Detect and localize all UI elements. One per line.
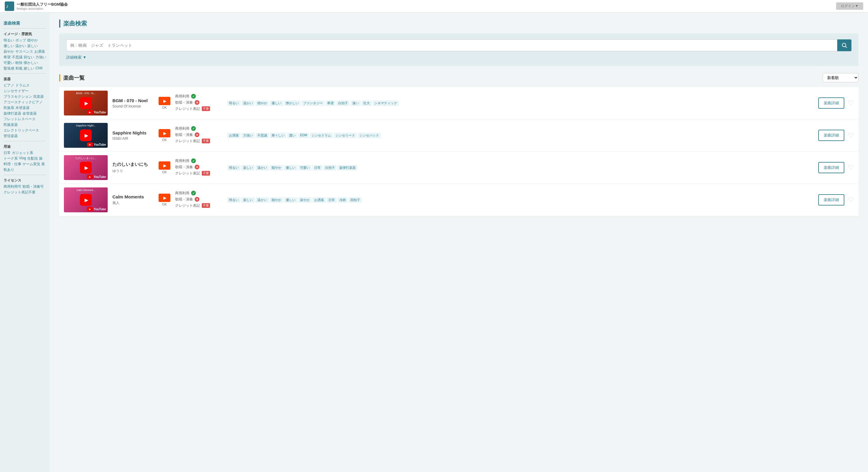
license-singing-4: 歌唱・演奏 ✕ — [175, 197, 222, 202]
detail-button-4[interactable]: 楽曲詳細 — [818, 194, 844, 206]
track-list-section: 楽曲一覧 新着順 人気順 タイトル順 BGM - 070 - N... — [59, 73, 859, 216]
license-commercial-4: 商用利用 ✓ — [175, 191, 222, 196]
license-credit-2: クレジット表記 不要 — [175, 139, 222, 144]
track-thumbnail-4[interactable]: Calm Moment... YouTube — [64, 187, 108, 212]
sidebar-link-game[interactable]: ゲーム実況 — [23, 162, 40, 167]
sidebar-link-tabi[interactable]: 旅 — [39, 156, 42, 161]
play-icon-1 — [80, 97, 92, 109]
sidebar-link-natsukashii[interactable]: 懐かしい — [24, 60, 38, 65]
sidebar-link-wafu[interactable]: 和風 — [16, 66, 23, 71]
search-input[interactable] — [66, 39, 837, 51]
logo: ♪ 一般社団法人フリーBGM協会 freebgm association — [5, 1, 68, 11]
detail-button-1[interactable]: 楽曲詳細 — [818, 97, 844, 109]
track-title-2: Sapphire Nights — [113, 130, 154, 135]
sidebar-link-live[interactable]: 生配信 — [27, 156, 38, 161]
favorite-button-4[interactable]: ♡ — [848, 196, 854, 204]
sidebar-link-kawaii[interactable]: 可愛い — [4, 60, 14, 65]
sidebar-link-fretless[interactable]: フレットレスベース — [4, 117, 35, 122]
svg-text:♪: ♪ — [6, 3, 8, 9]
sidebar-search-title: 楽曲検索 — [4, 21, 46, 26]
sidebar-link-utaari[interactable]: 歌あり — [4, 167, 14, 172]
thumbnail-title-4: Calm Moment... — [65, 188, 106, 191]
sidebar-link-elec-bass[interactable]: エレクトリックベース — [4, 128, 39, 133]
sidebar-link-tanoshii[interactable]: 楽しい — [27, 43, 38, 49]
sort-select[interactable]: 新着順 人気順 タイトル順 — [823, 73, 859, 82]
page-title: 楽曲検索 — [59, 20, 859, 28]
track-tags-4: 明るい 楽しい 温かい 穏やか 優しい 寂やか お洒落 日常 冷静 四拍子 — [227, 197, 813, 203]
sidebar-link-chill[interactable]: Chill — [35, 66, 42, 71]
sidebar-link-atatakai[interactable]: 温かい — [16, 43, 26, 49]
favorite-button-1[interactable]: ♡ — [848, 99, 854, 107]
sidebar-link-sabiyaka[interactable]: 寂やか — [4, 49, 14, 54]
thumbnail-title-2: Sapphire Night... — [65, 124, 106, 127]
detail-button-2[interactable]: 楽曲詳細 — [818, 130, 844, 141]
sidebar-link-setsunai[interactable]: 切ない — [24, 55, 34, 60]
sidebar-link-brass2[interactable]: 金管楽器 — [23, 111, 37, 116]
sidebar-link-melody-perc[interactable]: 旋律打楽器 — [4, 111, 21, 116]
sidebar-link-commercial[interactable]: 商用利用可 — [4, 184, 21, 189]
sidebar-link-oshare[interactable]: お洒落 — [34, 49, 45, 54]
sidebar-link-keikai[interactable]: 軽快 — [16, 60, 23, 65]
sidebar-link-cooking[interactable]: 料理・仕事 — [4, 162, 21, 167]
license-singing-1: 歌唱・演奏 ✕ — [175, 100, 222, 105]
track-title-3: たのしいまいにち — [113, 162, 154, 167]
sidebar-link-synth[interactable]: シンセサイザー — [4, 89, 28, 94]
sidebar-link-ureshii[interactable]: 嬉しい — [24, 66, 34, 71]
yt-text-1: YouTube — [94, 111, 106, 114]
sidebar-link-vlog[interactable]: Vlog — [19, 156, 26, 161]
track-actions-3: 楽曲詳細 ♡ — [818, 162, 854, 173]
thumbnail-title-3: たのしいまいに... — [65, 156, 106, 160]
ok-text-1: OK — [162, 106, 167, 109]
sidebar-link-orchestra[interactable]: 管弦楽器 — [4, 134, 18, 139]
sidebar-link-tsuyoi[interactable]: 力強い — [35, 55, 46, 60]
advanced-search-toggle[interactable]: 詳細検索 ▼ — [66, 55, 851, 60]
track-info-4: Calm Moments 風人 — [113, 194, 154, 206]
sidebar-link-nichijo[interactable]: 日常 — [4, 150, 11, 155]
sidebar-link-folk[interactable]: 民族楽器 — [4, 122, 18, 127]
yt-ok-icon-4 — [159, 194, 170, 202]
sidebar-link-yasashii[interactable]: 優しい — [4, 43, 14, 49]
sidebar-link-drums[interactable]: ドラムス — [16, 83, 30, 88]
sidebar-link-kibou[interactable]: 希望 — [4, 55, 11, 60]
search-row — [66, 39, 851, 51]
sidebar-link-woodwind[interactable]: 木管楽器 — [16, 106, 30, 111]
sidebar-link-akarui[interactable]: 明るい — [4, 38, 14, 43]
sidebar-link-no-credit[interactable]: クレジット表記不要 — [4, 190, 35, 195]
sidebar-link-minzoku[interactable]: 民族系 — [4, 106, 14, 111]
yt-red-icon-1 — [87, 110, 93, 114]
favorite-button-2[interactable]: ♡ — [848, 131, 854, 139]
license-credit-4: クレジット表記 不要 — [175, 203, 222, 208]
sidebar-link-piano[interactable]: ピアノ — [4, 83, 14, 88]
login-button[interactable]: ログイン▼ — [836, 2, 863, 10]
sidebar-link-odayaka[interactable]: 穏やか — [27, 38, 38, 43]
sidebar-link-fushigi[interactable]: 不思議 — [12, 55, 23, 60]
yt-red-icon-2 — [87, 142, 93, 147]
play-icon-4 — [80, 194, 92, 206]
sidebar-link-singing[interactable]: 歌唱・演奏可 — [23, 184, 44, 189]
table-row: Calm Moment... YouTube Calm Moments 風人 — [59, 184, 859, 216]
sidebar-link-acoustic-piano[interactable]: アコースティックピアノ — [4, 100, 42, 105]
svg-line-3 — [845, 47, 847, 48]
track-info-3: たのしいまいにち ゆうり — [113, 162, 154, 174]
sidebar-link-yoru[interactable]: 夜 — [41, 162, 45, 167]
track-thumbnail-3[interactable]: たのしいまいに... YouTube — [64, 155, 108, 180]
sidebar-link-pop[interactable]: ポップ — [16, 38, 26, 43]
sidebar-link-suspense[interactable]: サスペンス — [16, 49, 33, 54]
track-thumbnail-1[interactable]: BGM - 070 - N... YouTube — [64, 91, 108, 116]
sidebar-link-gadget[interactable]: ガジェット系 — [12, 150, 33, 155]
license-credit-1: クレジット表記 不要 — [175, 106, 222, 111]
track-thumbnail-2[interactable]: Sapphire Night... YouTube — [64, 123, 108, 148]
track-yt-badge-1: OK — [159, 97, 170, 109]
sidebar-link-brass[interactable]: ブラスセクション — [4, 94, 32, 99]
track-info-1: BGM - 070 - Noel Sound Of Incense — [113, 98, 154, 108]
sidebar-link-talk[interactable]: トーク系 — [4, 156, 18, 161]
sidebar-link-strings[interactable]: 弦楽器 — [33, 94, 44, 99]
track-licenses-1: 商用利用 ✓ 歌唱・演奏 ✕ クレジット表記 不要 — [175, 94, 222, 113]
yt-logo-2: YouTube — [87, 142, 106, 147]
logo-sub: freebgm association — [17, 7, 68, 10]
search-button[interactable] — [837, 39, 851, 51]
sidebar-license-title: ライセンス — [4, 178, 46, 183]
favorite-button-3[interactable]: ♡ — [848, 164, 854, 172]
sidebar-link-kincho[interactable]: 緊張感 — [4, 66, 14, 71]
detail-button-3[interactable]: 楽曲詳細 — [818, 162, 844, 173]
